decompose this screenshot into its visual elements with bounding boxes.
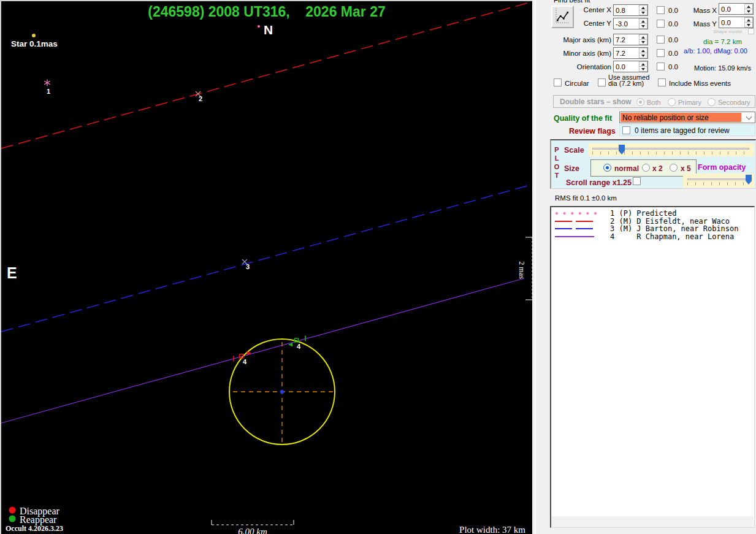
major-axis-spinner[interactable]: 7.2 (613, 34, 648, 45)
center-y-label: Center Y (552, 20, 611, 27)
orientation-label: Orientation (552, 63, 611, 71)
mass-y-spinner[interactable]: 0.0 (719, 17, 754, 28)
center-y-fix-checkbox[interactable] (657, 20, 665, 28)
separator (535, 0, 536, 534)
up-arrow-icon (744, 4, 753, 9)
up-arrow-icon (744, 17, 753, 22)
review-value: 0 items are tagged for review (635, 126, 730, 135)
mass-y-label: Mass Y (685, 20, 717, 28)
review-checkbox[interactable] (622, 126, 630, 134)
quality-label: Quality of the fit (554, 114, 612, 123)
diameter-text: dia = 7.2 km (703, 38, 742, 45)
find-best-fit-label: Find best fit (554, 0, 590, 4)
east-label: E (7, 264, 17, 282)
scale-bar-label: 6.00 km (222, 527, 283, 534)
chevron-down-icon (746, 114, 752, 120)
primary-radio[interactable] (668, 98, 676, 106)
down-arrow-icon (744, 9, 753, 14)
both-label: Both (647, 99, 661, 106)
use-assumed-checkbox[interactable] (598, 78, 606, 86)
center-y-spinner[interactable]: -3.0 (613, 18, 648, 29)
minor-axis-spinner[interactable]: 7.2 (613, 47, 648, 59)
secondary-label: Secondary (718, 99, 750, 106)
review-flags-label: Review flags (569, 127, 616, 135)
size-x2-radio[interactable] (642, 164, 650, 172)
orientation-fix-checkbox[interactable] (657, 63, 665, 71)
chord-line (1, 278, 524, 423)
ab-ratio-text: a/b: 1.00, dMag: 0.00 (684, 47, 747, 55)
minor-axis-label: Minor axis (km) (552, 50, 611, 57)
size-label: Size (564, 164, 579, 173)
disappear-dot (9, 507, 16, 514)
observer-legend-list[interactable]: 1 (P) Predicted2 (M) D Eisfeldt, near Wa… (550, 206, 755, 528)
size-normal-radio[interactable] (603, 164, 611, 172)
down-arrow-icon (639, 23, 647, 29)
secondary-radio[interactable] (708, 98, 716, 106)
down-arrow-icon (639, 53, 647, 58)
include-miss-label: Include Miss events (669, 80, 731, 87)
legend-swatch (555, 218, 598, 224)
rms-text: RMS fit 0.1 ±0.0 km (555, 194, 617, 202)
orientation-sigma: 0.0 (668, 63, 678, 71)
quality-value: No reliable position or size (622, 113, 709, 122)
scroll-range-label: Scroll range x1.25 (566, 178, 632, 187)
down-arrow-icon (639, 10, 647, 15)
include-miss-checkbox[interactable] (658, 78, 666, 86)
occult-window: (246598) 2008 UT316, 2026 Mar 27 N E Sta… (0, 0, 756, 534)
version-label: Occult 4.2026.3.23 (6, 524, 63, 533)
up-arrow-icon (639, 48, 647, 53)
legend-row[interactable]: 4 R Chapman, near Lorena (610, 232, 734, 241)
primary-label: Primary (678, 99, 701, 106)
plot-width-label: Plot width: 37 km (403, 525, 525, 534)
scale-label: Scale (564, 146, 584, 154)
quality-dropdown[interactable]: No reliable position or size (619, 112, 755, 123)
both-radio[interactable] (636, 98, 644, 106)
minor-axis-fix-checkbox[interactable] (657, 49, 665, 57)
reappear-dot (9, 516, 16, 522)
chord-number-label: 1 (47, 88, 50, 95)
event-number-label: 4 (297, 343, 300, 350)
circular-label: Circular (565, 80, 589, 87)
legend-swatch (555, 234, 598, 240)
plot-vertical-label: PLOT (553, 145, 560, 180)
chord-number-label: 3 (246, 263, 250, 270)
up-arrow-icon (639, 61, 647, 66)
chord-plot-area: (246598) 2008 UT316, 2026 Mar 27 N E Sta… (0, 0, 532, 534)
minor-axis-sigma: 0.0 (668, 50, 678, 57)
form-opacity-label: Form opacity (698, 163, 746, 172)
scale-slider[interactable] (589, 143, 754, 156)
down-arrow-icon (639, 39, 647, 45)
star-size-label: Star 0.1mas (11, 39, 58, 48)
size-normal-label: normal (614, 164, 639, 173)
double-stars-label: Double stars – show (560, 97, 632, 106)
up-arrow-icon (639, 5, 647, 10)
motion-text: Motion: 15.09 km/s (694, 64, 751, 72)
mas-scale-label: 2 mas (517, 252, 526, 289)
major-axis-fix-checkbox[interactable] (657, 36, 665, 44)
horizontal-scrollbar[interactable] (551, 516, 754, 527)
form-opacity-slider[interactable] (683, 174, 754, 188)
shape-model-checkbox[interactable] (748, 28, 754, 34)
plot-title: (246598) 2008 UT316, 2026 Mar 27 (1, 4, 532, 20)
star-dot (32, 34, 36, 37)
legend-swatch (555, 210, 598, 216)
chord-number-label: 2 (199, 95, 202, 102)
chord-plot-svg (1, 1, 532, 534)
center-y-sigma: 0.0 (668, 20, 678, 28)
center-x-spinner[interactable]: 0.8 (613, 4, 648, 16)
size-x5-radio[interactable] (670, 164, 678, 172)
scroll-range-checkbox[interactable] (633, 177, 641, 185)
mass-x-label: Mass X (685, 7, 717, 14)
circular-checkbox[interactable] (554, 78, 562, 86)
legend-swatch (555, 226, 598, 232)
size-radio-group: normal x 2 x 5 (590, 159, 697, 177)
up-arrow-icon (639, 34, 647, 39)
event-number-label: 4 (243, 358, 246, 365)
mass-x-spinner[interactable]: 0.0 (719, 3, 754, 15)
up-arrow-icon (639, 18, 647, 23)
orientation-spinner[interactable]: 0.0 (613, 61, 648, 72)
major-axis-sigma: 0.0 (668, 36, 678, 44)
center-x-fix-checkbox[interactable] (657, 6, 665, 14)
use-assumed-label: Use assumeddia (7.2 km) (608, 75, 649, 86)
size-x2-label: x 2 (652, 164, 663, 173)
